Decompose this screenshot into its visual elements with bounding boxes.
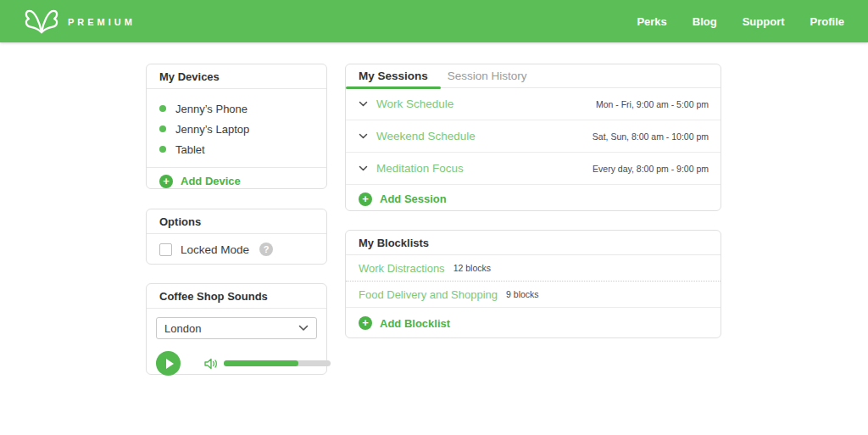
add-device-label: Add Device (181, 175, 241, 187)
blocklist-name-link[interactable]: Food Delivery and Shopping (359, 288, 498, 301)
sessions-tabs: My Sessions Session History (346, 64, 721, 88)
device-online-dot-icon (159, 125, 166, 132)
city-select-value: London (164, 322, 201, 335)
session-schedule-text: Sat, Sun, 8:00 am - 10:00 pm (593, 131, 709, 142)
session-name-link[interactable]: Weekend Schedule (376, 130, 476, 142)
my-blocklists-title: My Blocklists (346, 231, 721, 255)
device-online-dot-icon (159, 105, 166, 112)
my-blocklists-card: My Blocklists Work Distractions 12 block… (345, 230, 721, 338)
add-blocklist-label: Add Blocklist (380, 317, 450, 330)
locked-mode-label: Locked Mode (181, 243, 249, 256)
device-row: Tablet (159, 139, 314, 159)
plus-circle-icon: + (359, 192, 372, 206)
sounds-body: London (147, 309, 326, 376)
coffee-shop-sounds-title: Coffee Shop Sounds (147, 284, 326, 309)
add-device-button[interactable]: + Add Device (147, 168, 326, 194)
player-row (156, 351, 317, 376)
chevron-down-icon[interactable] (359, 133, 368, 139)
device-row: Jenny’s Phone (159, 98, 314, 119)
session-row-meditation-focus: Meditation Focus Every day, 8:00 pm - 9:… (346, 153, 721, 185)
nav-perks[interactable]: Perks (637, 15, 666, 28)
add-session-label: Add Session (380, 192, 447, 205)
session-row-weekend-schedule: Weekend Schedule Sat, Sun, 8:00 am - 10:… (346, 120, 721, 153)
tab-my-sessions[interactable]: My Sessions (346, 64, 441, 88)
top-navigation: Perks Blog Support Profile (637, 15, 844, 28)
session-name-link[interactable]: Work Schedule (376, 98, 453, 110)
my-devices-card: My Devices Jenny’s Phone Jenny’s Laptop … (146, 64, 327, 189)
plus-circle-icon: + (159, 175, 173, 188)
device-name: Jenny’s Phone (175, 103, 248, 115)
brand-premium-label: PREMIUM (68, 17, 136, 27)
blocklist-row-work-distractions: Work Distractions 12 blocks (346, 255, 721, 282)
chevron-down-icon[interactable] (359, 165, 368, 171)
my-sessions-card: My Sessions Session History Work Schedul… (345, 64, 721, 211)
session-schedule-text: Every day, 8:00 pm - 9:00 pm (593, 164, 709, 174)
tab-session-history[interactable]: Session History (441, 64, 540, 88)
volume-fill (224, 360, 298, 366)
add-blocklist-button[interactable]: + Add Blocklist (346, 308, 721, 338)
options-card: Options Locked Mode ? (146, 209, 327, 265)
device-row: Jenny’s Laptop (159, 119, 314, 139)
volume-slider[interactable] (224, 360, 331, 366)
plus-circle-icon: + (359, 316, 372, 330)
chevron-down-icon (298, 325, 309, 332)
play-button[interactable] (156, 351, 181, 376)
device-list: Jenny’s Phone Jenny’s Laptop Tablet (147, 89, 326, 168)
options-body: Locked Mode ? (147, 234, 326, 265)
locked-mode-checkbox[interactable] (159, 243, 172, 256)
blocklist-count-text: 9 blocks (506, 289, 539, 299)
nav-support[interactable]: Support (743, 15, 785, 28)
nav-profile[interactable]: Profile (810, 15, 844, 28)
city-select[interactable]: London (156, 317, 317, 339)
chevron-down-icon[interactable] (359, 101, 368, 107)
session-name-link[interactable]: Meditation Focus (376, 162, 464, 175)
device-name: Jenny’s Laptop (175, 123, 249, 136)
my-devices-title: My Devices (147, 64, 326, 89)
device-name: Tablet (175, 143, 205, 156)
session-schedule-text: Mon - Fri, 9:00 am - 5:00 pm (596, 99, 709, 109)
help-question-icon[interactable]: ? (259, 243, 273, 256)
coffee-shop-sounds-card: Coffee Shop Sounds London (146, 283, 327, 375)
play-icon (166, 359, 174, 369)
brand: PREMIUM (24, 8, 136, 35)
blocklist-row-food-delivery: Food Delivery and Shopping 9 blocks (346, 282, 721, 308)
device-online-dot-icon (159, 146, 166, 153)
session-row-work-schedule: Work Schedule Mon - Fri, 9:00 am - 5:00 … (346, 88, 721, 120)
blocklist-name-link[interactable]: Work Distractions (359, 262, 445, 275)
options-title: Options (147, 209, 326, 234)
volume-speaker-icon (204, 358, 219, 370)
nav-blog[interactable]: Blog (693, 15, 717, 28)
butterfly-logo-icon (24, 8, 59, 35)
add-session-button[interactable]: + Add Session (346, 185, 721, 213)
blocklist-count-text: 12 blocks (453, 263, 491, 273)
top-header-bar: PREMIUM Perks Blog Support Profile (0, 0, 868, 42)
